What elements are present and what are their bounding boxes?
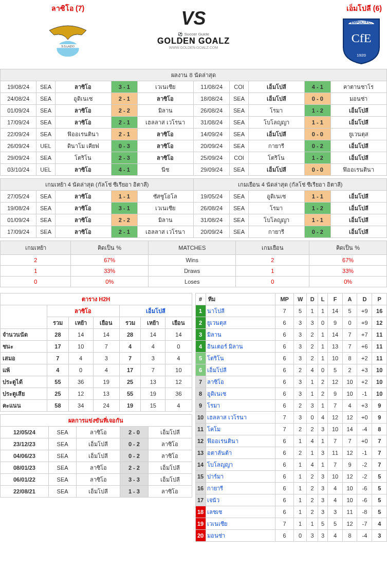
away-team: เอ็มโปลี [330, 117, 386, 128]
standings-row: 11โคโม72231014-48 [195, 424, 387, 435]
team-link[interactable]: อูดิเนเซ [206, 388, 275, 400]
match-comp: SEA [36, 152, 55, 164]
match-row: 22/09/24SEAฟิออเรนตินา2 - 1ลาซิโอ14/09/2… [1, 128, 387, 140]
team-link[interactable]: โตริโน [206, 353, 275, 364]
meeting-row: 12/05/24SEAลาซิโอ2 - 0เอ็มโปลี [1, 427, 192, 438]
rank-cell: 7 [195, 376, 206, 388]
score: 0 - 3 [111, 140, 137, 152]
team-link[interactable]: เลชเซ [206, 506, 275, 518]
svg-text:EMPOLI F.C.: EMPOLI F.C. [351, 21, 372, 24]
last8-table: ผลงาน 8 นัดล่าสุด 19/08/24SEAลาซิโอ3 - 1… [0, 69, 387, 176]
meeting-row: 08/01/23SEAลาซิโอ2 - 2เอ็มโปลี [1, 462, 192, 474]
standings-row: 12ฟิออเรนตินา614177+07 [195, 435, 387, 447]
match-date: 26/09/24 [1, 140, 36, 152]
wld-row: 133%Draws133% [1, 266, 387, 277]
home-team: ลาซิโอ [55, 164, 111, 176]
home-team: โบโลญญา [248, 117, 304, 128]
standings-row: 8อูดิเนเซ6312910-110 [195, 388, 387, 400]
match-row: 26/09/24UELดินาโม เคียฟ0 - 3ลาซิโอ20/09/… [1, 140, 387, 152]
team-link[interactable]: มิลาน [206, 329, 275, 341]
match-comp: SEA [230, 105, 248, 117]
standings-row: 5โตริโน6321108+211 [195, 353, 387, 364]
team-link[interactable]: ยูเวนตุส [206, 317, 275, 329]
match-date: 03/10/24 [1, 164, 36, 176]
wld-pctl-hdr: คิดเป็น % [71, 241, 149, 255]
away-team: ฟิออเรนตินา [330, 164, 386, 176]
match-comp: SEA [230, 117, 248, 128]
team-link[interactable]: ปาร์มา [206, 471, 275, 483]
score: 1 - 1 [304, 117, 330, 128]
away-team-block: เอ็มโปลี (6) EMPOLI F.C. CfE 1920 [256, 3, 382, 66]
home-team: เอ็มโปลี [248, 93, 304, 105]
score: 2 - 1 [111, 93, 137, 105]
match-comp: SEA [36, 81, 55, 93]
standings-row: 20มอนซ่า603348-43 [195, 530, 387, 542]
match-comp: COI [230, 152, 248, 164]
score: 2 - 2 [111, 105, 137, 117]
standings-row: 18เลชเซ6123311-85 [195, 506, 387, 518]
team-link[interactable]: เฮลลาส เวโรนา [206, 412, 275, 424]
score: 3 - 1 [111, 81, 137, 93]
score: 0 - 2 [304, 140, 330, 152]
rank-cell: 14 [195, 459, 206, 471]
home-team: โตริโน [248, 152, 304, 164]
h2h-row: ชนะ17107440 [1, 341, 192, 353]
standings-row: 17เจนัว6123410-65 [195, 494, 387, 506]
rank-cell: 10 [195, 412, 206, 424]
standings-row: 9โรมา623174+39 [195, 400, 387, 412]
svg-text:CfE: CfE [352, 31, 372, 45]
score: 0 - 0 [304, 164, 330, 176]
team-link[interactable]: เวเนเซีย [206, 518, 275, 530]
match-date: 19/08/24 [1, 81, 36, 93]
wld-row: 00%Loses00% [1, 277, 387, 287]
wld-pctr-hdr: คิดเป็น % [309, 241, 387, 255]
home-team: ลาซิโอ [55, 117, 111, 128]
away-team: คาตานซาโร [330, 81, 386, 93]
match-date: 17/09/24 [1, 117, 36, 128]
vs-block: VS ⚽ Soccer Guide GOLDEN GOALZ WWW.GOLDE… [131, 3, 256, 49]
match-row: 17/09/24SEAลาซิโอ2 - 1เฮลลาส เวโรนา31/08… [1, 117, 387, 128]
team-link[interactable]: อินเตอร์ มิลาน [206, 341, 275, 353]
home-team: เอ็มโปลี [248, 81, 304, 93]
last8-title: ผลงาน 8 นัดล่าสุด [1, 69, 387, 81]
score: 1 - 2 [304, 105, 330, 117]
team-link[interactable]: โบโลญญา [206, 459, 275, 471]
match-date: 26/08/24 [193, 105, 229, 117]
team-link[interactable]: โคโม [206, 424, 275, 435]
score: 4 - 1 [111, 164, 137, 176]
team-link[interactable]: กายารี [206, 483, 275, 494]
team-link[interactable]: โรมา [206, 400, 275, 412]
match-row: 29/09/24SEAโตริโน2 - 3ลาซิโอ25/09/24COIโ… [1, 152, 387, 164]
home-team: ลาซิโอ [55, 81, 111, 93]
h2h-row: เสมอ743734 [1, 353, 192, 364]
h2h-row: จำนวนนัด281414281414 [1, 329, 192, 341]
match-comp: SEA [230, 128, 248, 140]
rank-cell: 9 [195, 400, 206, 412]
away-team: ลาซิโอ [137, 128, 193, 140]
rank-cell: 12 [195, 435, 206, 447]
rank-cell: 11 [195, 424, 206, 435]
standings-row: 3มิลาน6321147+711 [195, 329, 387, 341]
rank-cell: 16 [195, 483, 206, 494]
team-link[interactable]: เจนัว [206, 494, 275, 506]
vs-label: VS [131, 8, 256, 29]
match-row: 03/10/24UELลาซิโอ4 - 1นีซ29/09/24SEAเอ็ม… [1, 164, 387, 176]
team-link[interactable]: อตาลันต้า [206, 447, 275, 459]
away-team: เอ็มโปลี [330, 105, 386, 117]
team-link[interactable]: เอ็มโปลี [206, 364, 275, 376]
match-row: 24/08/24SEAอูดิเนเซ2 - 1ลาซิโอ18/08/24SE… [1, 93, 387, 105]
team-link[interactable]: นาโปลี [206, 305, 275, 317]
home-team: ลาซิโอ [55, 105, 111, 117]
standings-row: 19เวเนเซีย7115512-74 [195, 518, 387, 530]
score: 0 - 0 [304, 93, 330, 105]
team-link[interactable]: มอนซ่า [206, 530, 275, 542]
standings-row: 6เอ็มโปลี624052+310 [195, 364, 387, 376]
match-date: 29/09/24 [1, 152, 36, 164]
team-link[interactable]: ฟิออเรนตินา [206, 435, 275, 447]
match-date: 29/09/24 [193, 164, 229, 176]
h2h-table: ตาราง H2H ลาซิโอ เอ็มโปลี รวม เหย้า เยือ… [0, 293, 192, 412]
team-link[interactable]: ลาซิโอ [206, 376, 275, 388]
brand-logo: ⚽ Soccer Guide GOLDEN GOALZ WWW.GOLDEN-G… [131, 32, 256, 49]
away-team: มิลาน [137, 105, 193, 117]
home-team: เอ็มโปลี [248, 164, 304, 176]
